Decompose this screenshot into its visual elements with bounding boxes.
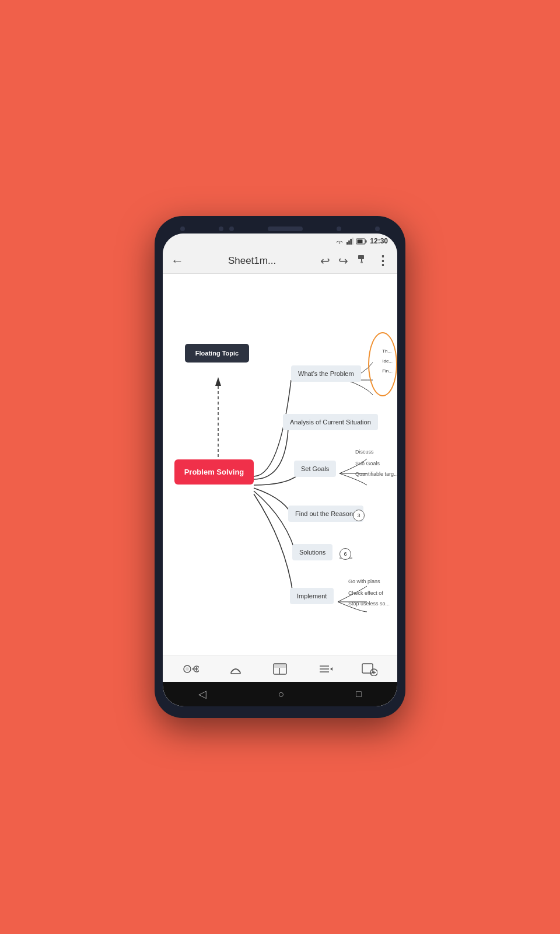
android-navigation: ◁ ○ □ [163, 682, 397, 706]
branch-analysis[interactable]: Analysis of Current Situation [283, 414, 378, 430]
svg-marker-30 [330, 667, 332, 671]
android-home[interactable]: ○ [278, 688, 285, 700]
analysis-label: Analysis of Current Situation [290, 419, 371, 426]
floating-topic-node[interactable]: Floating Topic [185, 344, 249, 363]
findout-badge: 3 [353, 510, 365, 521]
whats-problem-label: What's the Problem [298, 370, 354, 377]
svg-rect-31 [362, 664, 373, 673]
svg-rect-25 [274, 664, 286, 668]
solutions-label: Solutions [299, 549, 326, 556]
more-button[interactable]: ⋮ [376, 253, 389, 269]
branch-findout[interactable]: Find out the Reasons [288, 506, 363, 522]
format-paint-icon [356, 254, 368, 266]
wifi-icon [335, 238, 344, 245]
set-goals-label: Set Goals [301, 465, 329, 472]
speaker [268, 226, 303, 231]
time-label: 12:30 [370, 237, 388, 245]
solutions-badge: 6 [340, 548, 351, 560]
connection-icon [228, 662, 244, 676]
branch-set-goals[interactable]: Set Goals [294, 461, 336, 477]
sub-stop-useless: Stop useless so... [348, 601, 390, 607]
sub-discuss: Discuss [355, 449, 374, 455]
toolbar-actions: ↩ ↪ ⋮ [320, 253, 389, 269]
bottom-navigation [163, 656, 397, 682]
android-back[interactable]: ◁ [198, 688, 206, 700]
outline-icon [316, 662, 332, 676]
camera-dot [180, 226, 185, 231]
add-topic-icon [183, 662, 199, 676]
layout-button[interactable] [272, 662, 288, 676]
central-node[interactable]: Problem Solving [174, 459, 254, 485]
status-icons: 12:30 [335, 237, 388, 245]
svg-rect-3 [352, 238, 354, 245]
camera-dot-3 [229, 226, 234, 231]
battery-icon [356, 238, 367, 245]
branch-whats-problem[interactable]: What's the Problem [291, 365, 361, 382]
add-sheet-icon [361, 662, 377, 676]
sub-item-ide: Ide... [382, 358, 393, 364]
sub-check-effect: Check effect of [348, 590, 383, 596]
svg-rect-5 [366, 240, 367, 242]
layout-icon [272, 662, 288, 676]
sub-quantifiable: Quantifiable targ... [355, 471, 397, 477]
camera-dot-5 [375, 226, 380, 231]
mind-map-canvas[interactable]: Floating Topic Problem Solving What's th… [163, 274, 397, 656]
whats-sub-items: Th... Ide... Fin... [380, 343, 395, 379]
back-button[interactable]: ← [171, 253, 184, 269]
android-recents[interactable]: □ [356, 689, 362, 699]
sub-item-fin: Fin... [382, 368, 393, 374]
camera-dot-4 [337, 226, 341, 231]
format-button[interactable] [356, 254, 368, 269]
connection-button[interactable] [228, 662, 244, 676]
sub-go-plans: Go with plans [348, 578, 380, 584]
sub-item-th: Th... [382, 348, 393, 354]
branch-implement[interactable]: Implement [290, 588, 334, 604]
sheet-title: Sheet1m... [184, 255, 320, 267]
phone-notch [163, 224, 397, 234]
central-node-label: Problem Solving [184, 468, 244, 476]
svg-point-20 [186, 667, 189, 671]
svg-marker-12 [215, 377, 221, 386]
phone-screen: 12:30 ← Sheet1m... ↩ ↪ ⋮ [163, 234, 397, 706]
redo-button[interactable]: ↪ [338, 254, 348, 268]
outline-button[interactable] [316, 662, 332, 676]
app-toolbar: ← Sheet1m... ↩ ↪ ⋮ [163, 249, 397, 274]
implement-label: Implement [297, 593, 327, 600]
sub-subgoals: Sub Goals [355, 461, 380, 466]
camera-dot-2 [219, 226, 223, 231]
svg-rect-0 [346, 242, 348, 245]
phone-frame: 12:30 ← Sheet1m... ↩ ↪ ⋮ [155, 216, 405, 718]
svg-rect-9 [360, 262, 363, 263]
add-sheet-button[interactable] [361, 662, 377, 676]
svg-rect-1 [348, 241, 350, 245]
status-bar: 12:30 [163, 234, 397, 249]
svg-rect-2 [351, 239, 352, 245]
add-topic-button[interactable] [183, 662, 199, 676]
undo-button[interactable]: ↩ [320, 254, 330, 268]
branch-solutions[interactable]: Solutions [292, 544, 332, 560]
floating-topic-label: Floating Topic [195, 350, 239, 357]
svg-rect-6 [358, 239, 363, 243]
findout-label: Find out the Reasons [295, 510, 356, 517]
signal-icon [346, 238, 354, 245]
